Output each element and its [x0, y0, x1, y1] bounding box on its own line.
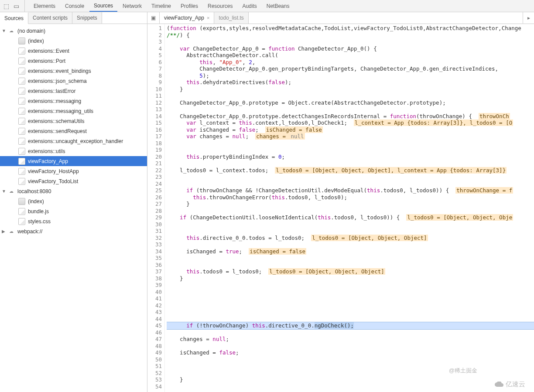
line-number[interactable]: 54 — [147, 383, 162, 390]
sources-subtab-snippets[interactable]: Snippets — [72, 12, 102, 24]
line-number[interactable]: 2 — [147, 32, 162, 39]
line-number[interactable]: 43 — [147, 309, 162, 316]
tree-item[interactable]: ▼☁localhost:8080 — [0, 186, 147, 196]
code-line[interactable]: var ChangeDetector_App_0 = function Chan… — [167, 45, 534, 52]
code-line[interactable]: l_todos0 = l_context.todos; l_todos0 = [… — [167, 167, 534, 174]
tree-item[interactable]: extensions::json_schema — [0, 76, 147, 86]
file-tab[interactable]: todo_list.ts — [214, 12, 248, 24]
line-number[interactable]: 24 — [147, 181, 162, 187]
line-number[interactable]: 47 — [147, 336, 162, 343]
line-number[interactable]: 42 — [147, 302, 162, 309]
tree-item[interactable]: extensions::event_bindings — [0, 66, 147, 76]
code-line[interactable] — [167, 363, 534, 370]
expand-arrow-icon[interactable]: ▼ — [2, 189, 6, 194]
code-line[interactable] — [167, 106, 534, 113]
line-number[interactable]: 8 — [147, 72, 162, 79]
line-number[interactable]: 29 — [147, 214, 162, 221]
tree-item[interactable]: styles.css — [0, 216, 147, 226]
line-number[interactable]: 9 — [147, 79, 162, 86]
code-line[interactable]: } — [167, 86, 534, 93]
line-number[interactable]: 26 — [147, 194, 162, 201]
line-number[interactable]: 10 — [147, 86, 162, 93]
tree-item[interactable]: extensions::Port — [0, 56, 147, 66]
code-line[interactable] — [167, 370, 534, 377]
code-line[interactable] — [167, 140, 534, 147]
line-number[interactable]: 49 — [147, 349, 162, 356]
line-number[interactable]: 13 — [147, 106, 162, 113]
tree-item[interactable]: (index) — [0, 36, 147, 46]
line-number[interactable]: 45 — [147, 322, 162, 329]
code-line[interactable]: this.dehydrateDirectives(false); — [167, 79, 534, 86]
code-line[interactable]: var l_context = this.context,l_todos0,l_… — [167, 119, 534, 126]
main-tab-profiles[interactable]: Profiles — [176, 1, 202, 11]
code-line[interactable] — [167, 309, 534, 316]
code-line[interactable] — [167, 147, 534, 153]
expand-arrow-icon[interactable]: ▶ — [2, 229, 6, 234]
main-tab-sources[interactable]: Sources — [89, 0, 117, 12]
line-number[interactable]: 38 — [147, 275, 162, 282]
code-line[interactable]: (function (exports,styles,resolvedMetada… — [167, 25, 534, 32]
code-line[interactable]: ChangeDetector_App_0.gen_propertyBinding… — [167, 65, 534, 72]
line-number[interactable]: 25 — [147, 187, 162, 194]
tree-item[interactable]: extensions::uncaught_exception_handler — [0, 136, 147, 146]
code-line[interactable] — [167, 208, 534, 215]
line-number[interactable]: 7 — [147, 65, 162, 72]
line-number[interactable]: 15 — [147, 119, 162, 126]
tree-item[interactable]: extensions::Event — [0, 46, 147, 56]
device-icon[interactable]: ▭ — [14, 3, 19, 9]
line-number[interactable]: 20 — [147, 153, 162, 160]
file-tab[interactable]: viewFactory_App× — [160, 12, 214, 24]
line-number[interactable]: 30 — [147, 221, 162, 228]
sources-subtab-sources[interactable]: Sources — [0, 13, 28, 24]
line-number[interactable]: 33 — [147, 241, 162, 248]
inspect-icon[interactable]: ⬚ — [3, 3, 9, 9]
line-number[interactable]: 11 — [147, 92, 162, 99]
code-line[interactable] — [167, 356, 534, 363]
close-icon[interactable]: × — [207, 15, 209, 20]
line-number[interactable]: 34 — [147, 248, 162, 255]
line-number[interactable]: 39 — [147, 282, 162, 289]
line-number[interactable]: 36 — [147, 262, 162, 269]
code-line[interactable] — [167, 181, 534, 187]
code-line[interactable]: var changes = null; changes = null — [167, 133, 534, 140]
sources-subtab-content-scripts[interactable]: Content scripts — [28, 12, 72, 24]
line-number[interactable]: 41 — [147, 295, 162, 302]
code-editor[interactable]: 1234567891011121314151617181920212223242… — [147, 24, 534, 392]
line-number[interactable]: 32 — [147, 235, 162, 242]
code-line[interactable]: this.throwOnChangeError(this.todos0, l_t… — [167, 194, 534, 201]
code-line[interactable] — [167, 38, 534, 45]
expand-arrow-icon[interactable]: ▼ — [2, 28, 6, 33]
code-line[interactable] — [167, 302, 534, 309]
line-number[interactable]: 53 — [147, 376, 162, 383]
main-tab-network[interactable]: Network — [118, 1, 146, 11]
line-number[interactable]: 27 — [147, 201, 162, 208]
code-line[interactable]: changes = null; — [167, 336, 534, 343]
code-line[interactable]: } — [167, 376, 534, 383]
line-number[interactable]: 31 — [147, 228, 162, 235]
code-line[interactable] — [167, 262, 534, 269]
line-number[interactable]: 19 — [147, 147, 162, 153]
code-line[interactable]: var isChanged = false; isChanged = false — [167, 126, 534, 133]
code-line[interactable] — [167, 329, 534, 336]
code-area[interactable]: (function (exports,styles,resolvedMetada… — [165, 24, 534, 392]
tree-item[interactable]: ▼☁(no domain) — [0, 26, 147, 36]
tree-item[interactable]: extensions::schemaUtils — [0, 116, 147, 126]
line-number[interactable]: 22 — [147, 167, 162, 174]
line-number[interactable]: 14 — [147, 113, 162, 120]
tree-item[interactable]: extensions::messaging — [0, 96, 147, 106]
code-line[interactable] — [167, 221, 534, 228]
code-line[interactable] — [167, 160, 534, 167]
code-line[interactable]: isChanged = false; — [167, 349, 534, 356]
tree-item[interactable]: ▶☁webpack:// — [0, 226, 147, 236]
tree-item[interactable]: extensions::lastError — [0, 86, 147, 96]
line-number[interactable]: 35 — [147, 255, 162, 262]
main-tab-timeline[interactable]: Timeline — [147, 1, 175, 11]
line-number[interactable]: 52 — [147, 370, 162, 377]
line-number[interactable]: 6 — [147, 59, 162, 66]
tree-item[interactable]: viewFactory_App — [0, 156, 147, 166]
main-tab-console[interactable]: Console — [61, 1, 89, 11]
line-number[interactable]: 46 — [147, 329, 162, 336]
tree-item[interactable]: viewFactory_HostApp — [0, 166, 147, 176]
line-number[interactable]: 3 — [147, 38, 162, 45]
code-line[interactable]: this, "App_0", 2, — [167, 59, 534, 66]
